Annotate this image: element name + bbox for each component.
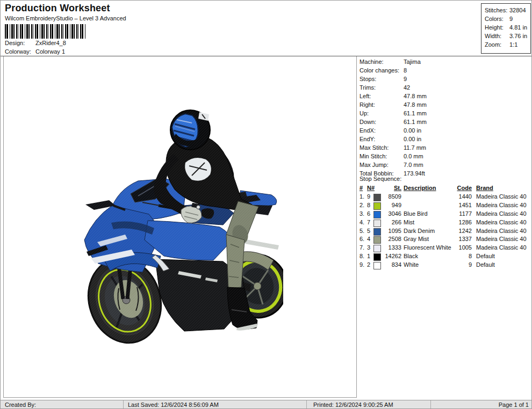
- stats-row: Zoom:1:1: [485, 40, 530, 49]
- seq-brand: Default: [476, 261, 495, 268]
- info-value: 0.0 mm: [404, 153, 423, 159]
- seq-code: 1451: [443, 202, 472, 208]
- col-header-brand: Brand: [476, 185, 493, 191]
- seq-stitches: 8509: [379, 193, 401, 200]
- stop-sequence-row: 9.2834White9Default: [357, 261, 532, 269]
- info-value: 0.00 in: [404, 136, 421, 142]
- stats-row: Height:4.81 in: [485, 23, 530, 32]
- seq-code: 1337: [443, 236, 472, 242]
- info-label: EndY:: [360, 135, 404, 143]
- info-label: Machine:: [360, 57, 404, 66]
- info-value: 47.8 mm: [404, 93, 427, 99]
- design-barcode: [5, 24, 85, 39]
- design-row: Design:ZxRider4_8: [5, 40, 66, 46]
- seq-stitches: 1333: [379, 244, 401, 251]
- seq-brand: Madeira Classic 40: [476, 236, 527, 242]
- stats-label: Height:: [485, 23, 509, 32]
- stats-label: Zoom:: [485, 40, 509, 49]
- col-header-description: Description: [404, 185, 436, 191]
- stats-value: 3.76 in: [509, 33, 527, 39]
- seq-num: 9.: [360, 261, 364, 268]
- seq-needle: 1: [367, 253, 370, 259]
- stop-sequence-row: 4.7266Mist1286Madeira Classic 40: [357, 219, 532, 227]
- info-label: Max Jump:: [360, 160, 404, 169]
- info-row: Up:61.1 mm: [360, 109, 427, 118]
- info-value: 0.00 in: [404, 127, 421, 134]
- stop-sequence-row: 5.51095Dark Denim1242Madeira Classic 40: [357, 228, 532, 236]
- seq-code: 8: [443, 253, 472, 259]
- colorway-value: Colorway 1: [35, 48, 65, 55]
- info-value: 61.1 mm: [404, 110, 427, 116]
- seq-num: 5.: [360, 228, 364, 234]
- info-label: EndX:: [360, 126, 404, 135]
- seq-stitches: 266: [379, 219, 401, 225]
- seq-stitches: 834: [379, 261, 401, 268]
- stop-sequence-row: 7.31333Fluorescent White1005Madeira Clas…: [357, 244, 532, 252]
- stop-sequence-row: 8.114262Black8Default: [357, 253, 532, 261]
- stats-row: Width:3.76 in: [485, 32, 530, 40]
- info-value: 9: [404, 76, 407, 82]
- seq-stitches: 949: [379, 202, 401, 208]
- seq-needle: 4: [367, 236, 370, 242]
- seq-code: 1005: [443, 244, 472, 251]
- production-worksheet-page: Production Worksheet Wilcom EmbroiderySt…: [0, 0, 532, 409]
- seq-num: 7.: [360, 244, 364, 251]
- stats-value: 32804: [509, 7, 526, 13]
- page-title: Production Worksheet: [5, 3, 110, 14]
- machine-info-list: Machine:Tajima Color changes:8 Stops:9 T…: [360, 57, 427, 178]
- info-label: Right:: [360, 100, 404, 109]
- info-value: 173.94ft: [404, 170, 425, 177]
- seq-needle: 9: [367, 193, 370, 200]
- stop-sequence-title: Stop Sequence:: [360, 176, 401, 182]
- col-header-code: Code: [443, 185, 472, 191]
- printed-text: Printed: 12/6/2024 9:00:25 AM: [313, 401, 393, 408]
- footer-divider: [123, 400, 124, 409]
- seq-description: Mist: [404, 219, 414, 225]
- colorway-row: Colorway:Colorway 1: [5, 48, 65, 55]
- stop-sequence-row: 2.89491451Madeira Classic 40: [357, 202, 532, 210]
- seq-code: 1242: [443, 228, 472, 234]
- seq-description: Dark Denim: [404, 228, 435, 234]
- info-label: Stops:: [360, 75, 404, 83]
- last-saved-text: Last Saved: 12/6/2024 8:56:09 AM: [128, 401, 219, 408]
- seq-num: 2.: [360, 202, 364, 208]
- seq-brand: Madeira Classic 40: [476, 193, 527, 200]
- seq-description: White: [404, 261, 419, 268]
- info-label: Down:: [360, 118, 404, 126]
- footer-divider: [430, 400, 431, 409]
- stats-label: Stitches:: [485, 6, 509, 14]
- stats-row: Colors:9: [485, 14, 530, 23]
- seq-needle: 8: [367, 202, 370, 208]
- info-label: Max Stitch:: [360, 143, 404, 152]
- colorway-label: Colorway:: [5, 48, 35, 55]
- design-preview-area: [3, 56, 357, 398]
- stats-value: 1:1: [509, 41, 517, 48]
- seq-brand: Madeira Classic 40: [476, 228, 527, 234]
- seq-num: 3.: [360, 210, 364, 217]
- seq-stitches: 2508: [379, 236, 401, 242]
- seq-needle: 2: [367, 261, 370, 268]
- design-label: Design:: [5, 40, 35, 46]
- seq-brand: Madeira Classic 40: [476, 210, 527, 217]
- page-number: Page 1 of 1: [499, 401, 529, 408]
- machine-info-panel: Machine:Tajima Color changes:8 Stops:9 T…: [357, 56, 532, 398]
- seq-brand: Default: [476, 253, 495, 259]
- seq-needle: 3: [367, 244, 370, 251]
- seq-code: 1177: [443, 210, 472, 217]
- info-label: Up:: [360, 109, 404, 118]
- info-label: Left:: [360, 92, 404, 100]
- stats-row: Stitches:32804: [485, 6, 530, 14]
- stop-sequence-row: 3.63046Blue Bird1177Madeira Classic 40: [357, 210, 532, 218]
- seq-brand: Madeira Classic 40: [476, 244, 527, 251]
- info-label: Min Stitch:: [360, 152, 404, 160]
- seq-needle: 6: [367, 210, 370, 217]
- stop-sequence-row: 6.42508Gray Mist1337Madeira Classic 40: [357, 236, 532, 244]
- seq-code: 1440: [443, 193, 472, 200]
- info-row: Color changes:8: [360, 66, 427, 75]
- info-value: 8: [404, 67, 407, 74]
- seq-brand: Madeira Classic 40: [476, 219, 527, 225]
- created-by-label: Created By:: [5, 401, 36, 408]
- seq-code: 9: [443, 261, 472, 268]
- info-row: Min Stitch:0.0 mm: [360, 152, 427, 160]
- info-row: Trims:42: [360, 83, 427, 92]
